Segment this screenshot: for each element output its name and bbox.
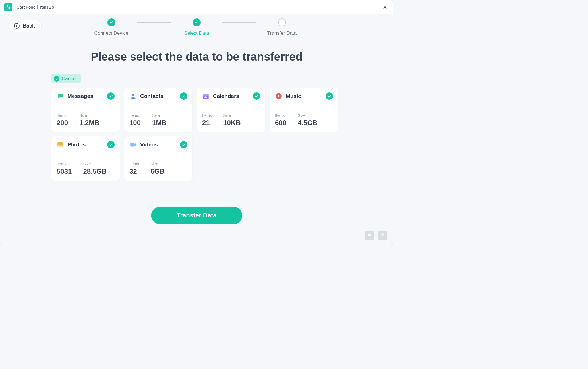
check-icon: [54, 76, 59, 82]
stepper: Connect Device Select Data Transfer Data: [86, 18, 308, 36]
items-value: 21: [202, 119, 212, 127]
items-label: Items: [275, 113, 286, 118]
items-label: Items: [57, 162, 72, 166]
back-button[interactable]: Back: [9, 20, 42, 32]
size-value: 28.5GB: [83, 167, 107, 175]
check-icon: [107, 141, 115, 148]
step-pending-icon: [278, 18, 286, 26]
step-transfer-data: Transfer Data: [256, 18, 308, 36]
items-label: Items: [202, 113, 212, 118]
cancel-select-all[interactable]: Cancel: [51, 74, 81, 83]
svg-point-15: [368, 235, 369, 235]
arrow-left-icon: [14, 23, 20, 29]
step-connect-device: Connect Device: [86, 18, 137, 36]
messages-icon: [57, 92, 64, 100]
svg-point-12: [278, 95, 280, 97]
svg-rect-14: [130, 143, 134, 147]
contacts-icon: [129, 92, 137, 100]
items-value: 600: [275, 119, 286, 127]
check-icon: [180, 141, 187, 148]
size-value: 10KB: [223, 119, 241, 127]
size-label: Size: [223, 113, 241, 118]
check-icon: [180, 92, 187, 100]
items-value: 200: [57, 119, 68, 127]
videos-icon: [129, 141, 137, 148]
close-button[interactable]: [383, 5, 387, 9]
step-label: Connect Device: [94, 30, 128, 36]
card-title: Videos: [140, 142, 158, 148]
size-value: 4.5GB: [298, 119, 317, 127]
svg-point-6: [14, 23, 19, 28]
card-title: Messages: [67, 93, 93, 99]
items-value: 5031: [57, 167, 72, 175]
back-label: Back: [23, 23, 35, 29]
size-label: Size: [298, 113, 317, 118]
app-title: iCareFone iTransGo: [16, 5, 54, 9]
check-icon: [326, 92, 333, 100]
items-label: Items: [129, 162, 139, 166]
size-label: Size: [150, 162, 164, 166]
cancel-label: Cancel: [62, 76, 77, 82]
card-title: Contacts: [140, 93, 163, 99]
card-contacts[interactable]: Contacts Items 100 Size 1MB: [124, 88, 192, 132]
card-calendars[interactable]: 30 Calendars Items 21 Size 10KB: [197, 88, 265, 132]
help-icon[interactable]: ?: [378, 231, 387, 240]
step-select-data: Select Data: [171, 18, 222, 36]
card-music[interactable]: Music Items 600 Size 4.5GB: [270, 88, 338, 132]
svg-rect-0: [7, 5, 8, 7]
items-value: 32: [129, 167, 139, 175]
check-icon: [107, 92, 115, 100]
size-value: 1.2MB: [79, 119, 100, 127]
app-logo: [4, 3, 12, 11]
photos-icon: [57, 141, 64, 148]
step-label: Select Data: [184, 30, 209, 36]
svg-rect-1: [9, 7, 10, 9]
svg-rect-2: [9, 5, 10, 7]
step-connector: [137, 22, 171, 23]
minimize-button[interactable]: [370, 5, 375, 9]
page-heading: Please select the data to be transferred: [0, 50, 393, 63]
size-value: 6GB: [150, 167, 164, 175]
titlebar: iCareFone iTransGo: [0, 0, 393, 14]
size-label: Size: [152, 113, 167, 118]
card-title: Music: [286, 93, 301, 99]
transfer-data-button[interactable]: Transfer Data: [151, 207, 242, 224]
card-videos[interactable]: Videos Items 32 Size 6GB: [124, 136, 192, 181]
items-label: Items: [129, 113, 141, 118]
card-title: Calendars: [213, 93, 239, 99]
card-title: Photos: [67, 142, 86, 148]
items-label: Items: [57, 113, 68, 118]
step-label: Transfer Data: [267, 30, 297, 36]
check-icon: [253, 92, 260, 100]
items-value: 100: [129, 119, 141, 127]
svg-text:30: 30: [204, 95, 208, 98]
svg-point-16: [369, 235, 370, 235]
calendars-icon: 30: [202, 92, 210, 100]
svg-point-7: [132, 94, 134, 96]
card-messages[interactable]: Messages Items 200 Size 1.2MB: [51, 88, 120, 132]
transfer-label: Transfer Data: [177, 212, 217, 219]
music-icon: [275, 92, 282, 100]
size-value: 1MB: [152, 119, 167, 127]
step-check-icon: [193, 18, 201, 26]
svg-point-17: [370, 235, 370, 235]
data-cards-grid: Messages Items 200 Size 1.2MB Contacts: [51, 88, 338, 181]
feedback-icon[interactable]: [365, 231, 374, 240]
step-connector: [222, 22, 256, 23]
card-photos[interactable]: Photos Items 5031 Size 28.5GB: [51, 136, 120, 181]
step-check-icon: [107, 18, 115, 26]
size-label: Size: [83, 162, 107, 166]
size-label: Size: [79, 113, 100, 118]
